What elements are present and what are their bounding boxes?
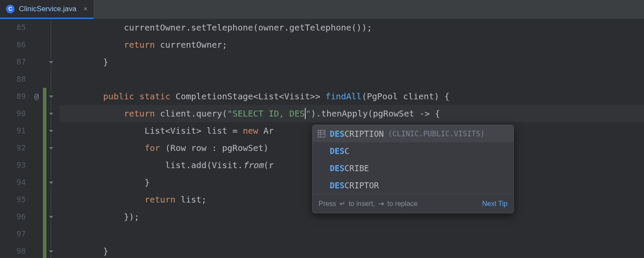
- autocomplete-item[interactable]: DESCRIBE: [313, 160, 513, 177]
- empty-icon: [318, 164, 325, 172]
- autocomplete-item-label: DESCRIPTION: [330, 129, 384, 138]
- fold-toggle-icon[interactable]: [48, 249, 54, 254]
- line-number: 88: [0, 71, 26, 88]
- gutter-annotation: [30, 139, 43, 157]
- close-icon[interactable]: ×: [83, 5, 88, 13]
- enter-key-icon: ↵: [340, 200, 345, 208]
- gutter-annotation: [30, 157, 43, 174]
- editor-tab[interactable]: C ClinicService.java ×: [0, 0, 94, 19]
- tab-key-icon: ⇥: [378, 200, 384, 208]
- change-marker-strip: [43, 19, 46, 258]
- line-number: 95: [0, 191, 26, 208]
- gutter-annotation: [30, 53, 43, 71]
- hint-text: Press: [319, 200, 336, 208]
- code-line[interactable]: }: [62, 53, 644, 71]
- fold-toggle-icon[interactable]: [48, 59, 54, 65]
- fold-toggle-icon[interactable]: [48, 180, 54, 185]
- autocomplete-item-label: DESCRIBE: [330, 163, 369, 173]
- fold-gutter: [46, 19, 59, 258]
- gutter-annotation: @: [30, 88, 43, 105]
- annotation-gutter: @: [30, 19, 43, 258]
- next-tip-link[interactable]: Next Tip: [482, 200, 507, 208]
- empty-icon: [318, 181, 325, 189]
- line-number: 93: [0, 157, 26, 174]
- gutter-annotation: [30, 225, 43, 243]
- svg-rect-0: [318, 130, 325, 137]
- gutter-annotation: [30, 19, 43, 36]
- line-number: 86: [0, 36, 26, 53]
- line-number: 98: [0, 243, 26, 258]
- code-line[interactable]: [62, 225, 644, 243]
- line-number: 90: [0, 105, 26, 122]
- change-marker: [43, 88, 46, 258]
- line-number: 85: [0, 19, 26, 36]
- gutter-annotation: [30, 191, 43, 208]
- column-icon: [318, 130, 325, 138]
- autocomplete-item[interactable]: DESC: [313, 142, 513, 160]
- line-number: 92: [0, 139, 26, 157]
- autocomplete-item[interactable]: DESCRIPTION (CLINIC.PUBLIC.VISITS): [313, 125, 513, 142]
- fold-toggle-icon[interactable]: [48, 111, 54, 117]
- line-number: 87: [0, 53, 26, 71]
- autocomplete-item-label: DESC: [330, 146, 349, 156]
- fold-toggle-icon[interactable]: [48, 128, 54, 134]
- autocomplete-list: DESCRIPTION (CLINIC.PUBLIC.VISITS)DESCDE…: [313, 125, 513, 194]
- fold-toggle-icon[interactable]: [48, 94, 54, 99]
- gutter-annotation: [30, 71, 43, 88]
- line-number: 94: [0, 174, 26, 191]
- line-number: 97: [0, 225, 26, 243]
- gutter-annotation: [30, 174, 43, 191]
- code-line[interactable]: return currentOwner;: [62, 36, 644, 53]
- gutter-annotation: [30, 243, 43, 258]
- autocomplete-item[interactable]: DESCRIPTOR: [313, 177, 513, 194]
- hint-text: to replace: [387, 200, 417, 208]
- autocomplete-popup: DESCRIPTION (CLINIC.PUBLIC.VISITS)DESCDE…: [312, 125, 514, 213]
- autocomplete-hint: Press ↵ to insert, ⇥ to replace Next Tip: [313, 194, 513, 213]
- code-line[interactable]: }: [62, 243, 644, 258]
- gutter-annotation: [30, 208, 43, 225]
- line-number-gutter: 8586878889909192939495969798: [0, 19, 30, 258]
- gutter-annotation: [30, 36, 43, 53]
- autocomplete-item-context: (CLINIC.PUBLIC.VISITS): [388, 129, 485, 138]
- code-line[interactable]: return client.query("SELECT ID, DES").th…: [62, 105, 644, 122]
- java-class-icon: C: [6, 5, 15, 13]
- hint-text: to insert,: [349, 200, 375, 208]
- line-number: 96: [0, 208, 26, 225]
- tab-label: ClinicService.java: [19, 5, 76, 13]
- fold-toggle-icon[interactable]: [48, 214, 54, 220]
- line-number: 89: [0, 88, 26, 105]
- code-line[interactable]: public static CompletionStage<List<Visit…: [62, 88, 644, 105]
- code-line[interactable]: currentOwner.setTelephone(owner.getTelep…: [62, 19, 644, 36]
- line-number: 91: [0, 122, 26, 139]
- gutter-annotation: [30, 122, 43, 139]
- fold-toggle-icon[interactable]: [48, 145, 54, 151]
- tab-bar: C ClinicService.java ×: [0, 0, 644, 19]
- code-line[interactable]: [62, 71, 644, 88]
- gutter-annotation: [30, 105, 43, 122]
- empty-icon: [318, 147, 325, 155]
- autocomplete-item-label: DESCRIPTOR: [330, 181, 379, 190]
